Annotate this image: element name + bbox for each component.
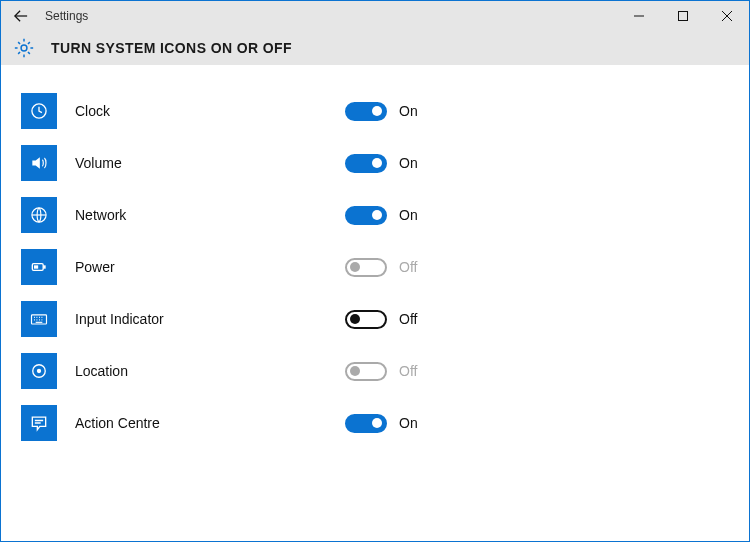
window-titlebar: Settings [1, 1, 749, 31]
page-title: TURN SYSTEM ICONS ON OR OFF [51, 40, 292, 56]
gear-icon [13, 37, 35, 59]
toggle-clock[interactable] [345, 102, 387, 121]
toggle-state-label: On [399, 207, 418, 223]
clock-icon [21, 93, 57, 129]
keyboard-icon [21, 301, 57, 337]
close-button[interactable] [705, 1, 749, 31]
svg-rect-9 [34, 265, 38, 268]
toggle-power [345, 258, 387, 277]
power-icon [21, 249, 57, 285]
list-item: Action Centre On [21, 397, 729, 449]
item-label: Power [75, 259, 345, 275]
toggle-state-label: On [399, 103, 418, 119]
list-item: Power Off [21, 241, 729, 293]
back-button[interactable] [1, 1, 41, 31]
network-icon [21, 197, 57, 233]
toggle-action-centre[interactable] [345, 414, 387, 433]
item-label: Action Centre [75, 415, 345, 431]
svg-point-4 [21, 45, 27, 51]
settings-list: Clock On Volume On Network [1, 65, 749, 469]
toggle-input-indicator[interactable] [345, 310, 387, 329]
action-centre-icon [21, 405, 57, 441]
list-item: Volume On [21, 137, 729, 189]
list-item: Clock On [21, 85, 729, 137]
item-label: Network [75, 207, 345, 223]
toggle-volume[interactable] [345, 154, 387, 173]
list-item: Location Off [21, 345, 729, 397]
list-item: Input Indicator Off [21, 293, 729, 345]
item-label: Location [75, 363, 345, 379]
location-icon [21, 353, 57, 389]
window-controls [617, 1, 749, 31]
volume-icon [21, 145, 57, 181]
item-label: Input Indicator [75, 311, 345, 327]
svg-point-12 [37, 369, 41, 373]
window-title: Settings [41, 1, 617, 31]
toggle-state-label: On [399, 415, 418, 431]
toggle-network[interactable] [345, 206, 387, 225]
toggle-state-label: Off [399, 259, 417, 275]
list-item: Network On [21, 189, 729, 241]
page-header: TURN SYSTEM ICONS ON OR OFF [1, 31, 749, 65]
item-label: Clock [75, 103, 345, 119]
maximize-button[interactable] [661, 1, 705, 31]
item-label: Volume [75, 155, 345, 171]
toggle-state-label: Off [399, 363, 417, 379]
maximize-icon [678, 11, 688, 21]
minimize-button[interactable] [617, 1, 661, 31]
toggle-state-label: On [399, 155, 418, 171]
close-icon [722, 11, 732, 21]
minimize-icon [634, 11, 644, 21]
back-arrow-icon [14, 9, 28, 23]
svg-rect-8 [43, 265, 45, 268]
toggle-state-label: Off [399, 311, 417, 327]
svg-rect-1 [679, 12, 688, 21]
toggle-location [345, 362, 387, 381]
